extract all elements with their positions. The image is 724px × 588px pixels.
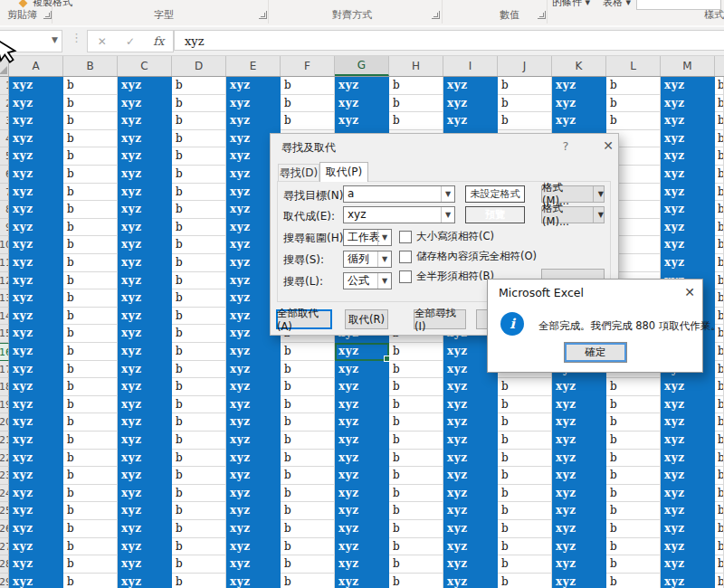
cell[interactable]: b [172,361,226,379]
cell[interactable]: xyz [226,112,281,130]
cell[interactable]: xyz [335,77,389,95]
cell[interactable]: xyz [118,361,172,379]
cell[interactable]: b [389,343,443,361]
cell[interactable]: xyz [118,272,172,290]
cell[interactable]: b [389,413,443,432]
cell[interactable]: b [389,485,443,503]
cell[interactable]: b [606,112,661,130]
cell[interactable]: xyz [9,485,63,503]
cell[interactable]: xyz [226,343,281,361]
cell[interactable]: xyz [661,201,715,219]
cell[interactable]: xyz [118,77,172,95]
cell[interactable]: xyz [552,502,606,520]
cell[interactable]: b [606,396,661,414]
cell-partial[interactable]: b [715,236,724,254]
cell[interactable]: b [498,396,552,414]
dialog-launcher-icon[interactable] [259,11,267,19]
cell[interactable]: xyz [226,378,281,396]
cell[interactable]: b [63,538,118,556]
cell[interactable]: b [172,147,226,166]
cell-partial[interactable]: b [715,396,724,414]
cell[interactable]: xyz [226,538,281,556]
match-case-checkbox[interactable]: 大小寫須相符(C) [399,230,494,243]
row-header[interactable]: 21 [0,432,9,450]
cell-partial[interactable]: b [715,413,724,432]
cell[interactable]: xyz [443,432,498,450]
cell[interactable]: xyz [335,485,389,503]
cell[interactable]: b [498,450,552,468]
column-header-I[interactable]: I [443,56,498,76]
cell[interactable]: xyz [443,378,498,396]
cell[interactable]: xyz [661,219,715,237]
cell[interactable]: xyz [335,95,389,113]
cell[interactable]: b [498,95,552,113]
cell[interactable]: xyz [661,555,715,574]
cell[interactable]: b [281,432,335,450]
cell[interactable]: xyz [118,201,172,219]
cell[interactable]: xyz [661,236,715,254]
cell[interactable]: xyz [661,130,715,148]
cell[interactable]: b [389,467,443,485]
cell[interactable]: xyz [443,112,498,130]
column-header-J[interactable]: J [498,56,552,76]
cell[interactable]: xyz [9,467,63,485]
find-all-button[interactable]: 全部尋找(I) [414,309,466,329]
chevron-down-icon[interactable]: ▼ [377,230,391,245]
cell[interactable]: b [281,343,335,361]
insert-function-icon[interactable]: fx [145,34,173,48]
cell[interactable]: xyz [9,201,63,219]
cell[interactable]: xyz [661,166,715,184]
cell[interactable]: b [281,467,335,485]
cell[interactable]: xyz [118,236,172,254]
cell[interactable]: xyz [118,95,172,113]
cell[interactable]: b [63,378,118,396]
formula-bar-splitter[interactable]: ⋮ [71,31,82,44]
cell[interactable]: xyz [9,166,63,184]
cell[interactable]: xyz [9,254,63,272]
cell[interactable]: xyz [552,396,606,414]
cell[interactable]: xyz [335,555,389,574]
fill-handle[interactable] [384,356,390,362]
cell[interactable]: b [498,432,552,450]
cell[interactable]: b [606,378,661,396]
replace-format-button[interactable]: 格式(M)...▼ [541,206,605,223]
row-header[interactable]: 11 [0,254,9,272]
row-header[interactable]: 22 [0,450,9,468]
cell[interactable]: xyz [552,112,606,130]
cell[interactable]: xyz [226,467,281,485]
cell[interactable]: b [281,520,335,538]
cell[interactable]: xyz [335,378,389,396]
replace-button[interactable]: 取代(R) [345,309,388,329]
cell[interactable]: b [63,201,118,219]
cell[interactable]: xyz [9,432,63,450]
cell[interactable]: xyz [661,396,715,414]
cell[interactable]: b [389,112,443,130]
cell[interactable]: b [63,95,118,113]
cell[interactable]: b [172,289,226,308]
cell[interactable]: b [63,413,118,432]
cell[interactable]: b [172,378,226,396]
chevron-down-icon[interactable]: ▼ [52,35,58,44]
cell[interactable]: b [498,378,552,396]
cell[interactable]: b [389,361,443,379]
row-header[interactable]: 7 [0,184,9,202]
cell-partial[interactable]: b [715,555,724,574]
cell[interactable]: b [172,254,226,272]
cell[interactable]: b [606,538,661,556]
cell[interactable]: xyz [552,574,606,588]
cell[interactable]: xyz [118,112,172,130]
cell[interactable]: xyz [335,112,389,130]
cell[interactable]: xyz [118,289,172,308]
active-cell-border[interactable] [335,343,389,361]
cell[interactable]: xyz [118,147,172,166]
dialog-launcher-icon[interactable] [538,11,546,19]
row-header[interactable]: 2 [0,95,9,113]
cell[interactable]: b [606,574,661,588]
cell[interactable]: xyz [552,485,606,503]
cell[interactable]: xyz [226,95,281,113]
cell[interactable]: xyz [661,520,715,538]
cell[interactable]: xyz [9,147,63,166]
cell[interactable]: b [389,555,443,574]
cell[interactable]: b [172,502,226,520]
row-header[interactable]: 16 [0,343,9,361]
